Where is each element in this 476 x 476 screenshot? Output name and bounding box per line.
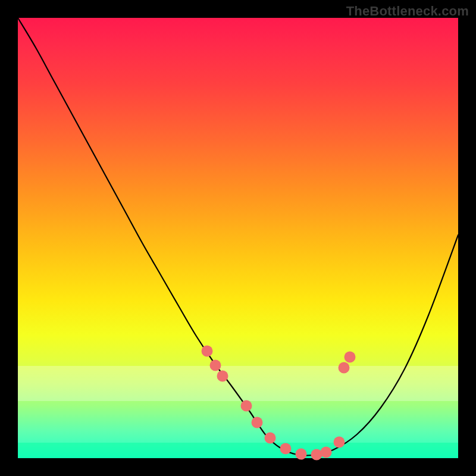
data-point <box>210 360 221 371</box>
plot-svg <box>18 18 458 458</box>
data-point <box>339 362 350 374</box>
data-point <box>202 346 213 357</box>
data-point <box>241 400 252 412</box>
data-point <box>311 449 322 461</box>
data-point <box>280 443 292 455</box>
data-point <box>321 447 332 458</box>
watermark-title: TheBottleneck.com <box>346 4 469 19</box>
data-point <box>334 437 345 448</box>
data-point <box>217 371 228 382</box>
data-point <box>252 417 263 428</box>
data-point <box>296 449 307 460</box>
data-point <box>345 352 356 363</box>
bottleneck-curve <box>18 18 458 456</box>
data-point-layer <box>202 346 356 461</box>
data-point <box>265 433 276 444</box>
